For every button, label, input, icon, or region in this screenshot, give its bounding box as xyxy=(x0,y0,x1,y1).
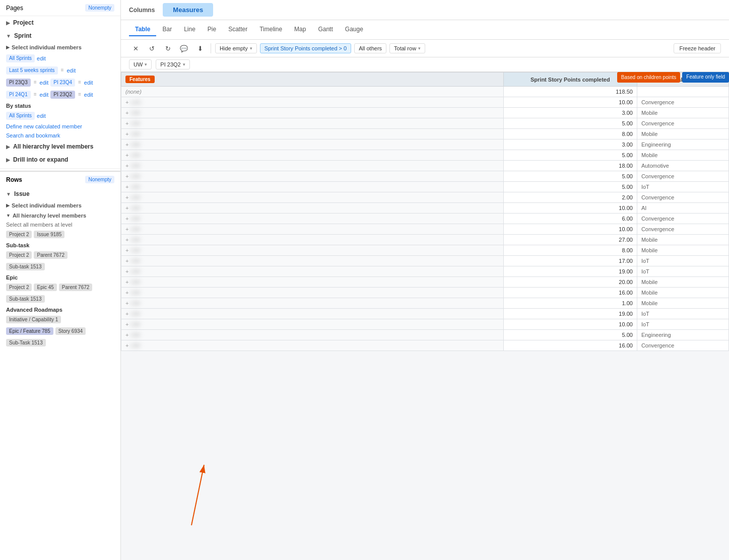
issue9185-tag[interactable]: Issue 9185 xyxy=(34,231,64,238)
tab-gantt[interactable]: Gantt xyxy=(312,23,339,36)
all-sprints-status-tag[interactable]: All Sprints xyxy=(6,112,35,120)
freeze-header-btn[interactable]: Freeze header xyxy=(674,43,721,53)
last5-edit[interactable]: edit xyxy=(67,66,76,75)
sprint-section[interactable]: ▼ Sprint xyxy=(0,29,120,42)
pi23q3-tag[interactable]: PI 23Q3 xyxy=(6,79,31,87)
row-expander-icon[interactable]: + xyxy=(125,110,128,116)
epic45-tag[interactable]: Epic 45 xyxy=(34,284,56,291)
tab-bar[interactable]: Bar xyxy=(156,23,178,36)
last5-row: Last 5 weeks sprints = edit xyxy=(0,64,120,77)
value-cell: 10.00 xyxy=(503,203,637,214)
story6934-tag[interactable]: Story 6934 xyxy=(55,327,86,335)
hide-empty-chevron: ▾ xyxy=(250,46,252,51)
project2-sub-tag[interactable]: Project 2 xyxy=(6,251,32,259)
hide-empty-btn[interactable]: Hide empty ▾ xyxy=(215,43,257,53)
row-label-cell: +UW xyxy=(121,330,504,340)
define-new-link[interactable]: Define new calculated member xyxy=(0,122,120,131)
pi23q2-tag[interactable]: PI 23Q2 xyxy=(50,91,75,99)
row-expander-icon[interactable]: + xyxy=(125,173,128,179)
subtask1513-epic-tag[interactable]: Sub-task 1513 xyxy=(6,295,45,303)
tab-gauge[interactable]: Gauge xyxy=(339,23,369,36)
initiative-tag[interactable]: Initiative / Capability 1 xyxy=(6,316,61,323)
row-expander-icon[interactable]: + xyxy=(125,300,128,306)
uw-dropdown[interactable]: UW ▾ xyxy=(129,59,152,69)
row-label-cell: +UW xyxy=(121,340,504,351)
row-expander-icon[interactable]: + xyxy=(125,332,128,338)
search-bookmark-link[interactable]: Search and bookmark xyxy=(0,131,120,140)
total-row-label: Total row xyxy=(394,45,416,51)
row-expander-icon[interactable]: + xyxy=(125,226,128,232)
row-expander-icon[interactable]: + xyxy=(125,311,128,317)
comment-icon[interactable]: 💬 xyxy=(177,42,190,55)
export-icon[interactable]: ⬇ xyxy=(193,42,207,55)
row-expander-icon[interactable]: + xyxy=(125,342,128,348)
all-others-btn[interactable]: All others xyxy=(354,43,386,53)
row-expander-icon[interactable]: + xyxy=(125,205,128,211)
pi23q4-tag[interactable]: PI 23Q4 xyxy=(50,79,75,87)
all-sprints-edit[interactable]: edit xyxy=(37,54,46,62)
measures-pill[interactable]: Measures xyxy=(163,3,213,17)
row-expander-icon[interactable]: + xyxy=(125,163,128,169)
pi23q2-edit[interactable]: edit xyxy=(84,91,93,99)
pi23q4-edit[interactable]: edit xyxy=(84,79,93,87)
value-cell: 19.00 xyxy=(503,309,637,319)
row-expander-icon[interactable]: + xyxy=(125,290,128,296)
row-expander-icon[interactable]: + xyxy=(125,216,128,222)
row-expander-icon[interactable]: + xyxy=(125,194,128,200)
sprint-arrow-icon: ▼ xyxy=(6,33,11,39)
row-expander-icon[interactable]: + xyxy=(125,258,128,264)
project-section[interactable]: ▶ Project xyxy=(0,16,120,29)
sprint-filter-btn[interactable]: Sprint Story Points completed > 0 xyxy=(260,43,352,53)
table-container[interactable]: Features Sprint Story Points completed I… xyxy=(121,72,729,560)
features-badge: Features xyxy=(125,76,155,83)
select-individual-sprint[interactable]: ▶ Select individual members xyxy=(0,42,120,52)
subtask1513-adv-tag[interactable]: Sub-Task 1513 xyxy=(6,339,46,346)
row-expander-icon[interactable]: + xyxy=(125,99,128,105)
undo-icon[interactable]: ↺ xyxy=(145,42,158,55)
eq1: = xyxy=(33,79,38,87)
row-expander-icon[interactable]: + xyxy=(125,184,128,190)
close-icon[interactable]: ✕ xyxy=(129,42,142,55)
row-expander-icon[interactable]: + xyxy=(125,321,128,327)
pi24q1-tag[interactable]: PI 24Q1 xyxy=(6,91,31,99)
all-sprints-tag[interactable]: All Sprints xyxy=(6,54,35,62)
row-expander-icon[interactable]: + xyxy=(125,247,128,253)
total-row-btn[interactable]: Total row ▾ xyxy=(389,43,425,53)
all-hierarchy-rows[interactable]: ▼ All hierarchy level members xyxy=(0,211,120,221)
row-label-cell: +UW xyxy=(121,161,504,171)
pi23q2-dropdown[interactable]: PI 23Q2 ▾ xyxy=(156,59,189,69)
drill-into-section[interactable]: ▶ Drill into or expand xyxy=(0,153,120,166)
select-individual-rows[interactable]: ▶ Select individual members xyxy=(0,200,120,211)
rows-badge: Nonempty xyxy=(85,176,114,183)
value-cell: 5.00 xyxy=(503,330,637,340)
pi24q1-edit[interactable]: edit xyxy=(40,91,49,99)
tab-map[interactable]: Map xyxy=(288,23,312,36)
row-expander-icon[interactable]: + xyxy=(125,152,128,158)
row-label-cell: +LAC xyxy=(121,97,504,108)
issue-section[interactable]: ▼ Issue xyxy=(0,187,120,200)
row-expander-icon[interactable]: + xyxy=(125,142,128,148)
epic-feature-tag[interactable]: Epic / Feature 785 xyxy=(6,327,53,335)
last5-tag[interactable]: Last 5 weeks sprints xyxy=(6,66,58,75)
row-expander-icon[interactable]: + xyxy=(125,279,128,285)
project2-tag[interactable]: Project 2 xyxy=(6,231,32,238)
row-expander-icon[interactable]: + xyxy=(125,131,128,137)
redo-icon[interactable]: ↻ xyxy=(161,42,174,55)
row-expander-icon[interactable]: + xyxy=(125,237,128,243)
tab-timeline[interactable]: Timeline xyxy=(253,23,288,36)
all-sprints-status-edit[interactable]: edit xyxy=(37,112,46,120)
row-expander-icon[interactable]: + xyxy=(125,268,128,274)
toolbar-separator xyxy=(211,43,211,53)
parent7672-tag[interactable]: Parent 7672 xyxy=(34,251,68,259)
row-expander-icon[interactable]: + xyxy=(125,120,128,126)
parent7672-epic-tag[interactable]: Parent 7672 xyxy=(59,284,93,291)
tab-scatter[interactable]: Scatter xyxy=(222,23,253,36)
total-row-chevron: ▾ xyxy=(418,46,421,51)
project2-epic-tag[interactable]: Project 2 xyxy=(6,284,32,291)
tab-pie[interactable]: Pie xyxy=(202,23,222,36)
all-hierarchy-section[interactable]: ▶ All hierarchy level members xyxy=(0,140,120,153)
tab-line[interactable]: Line xyxy=(178,23,202,36)
pi23q3-edit[interactable]: edit xyxy=(40,79,49,87)
tab-table[interactable]: Table xyxy=(129,23,156,36)
subtask1513-tag[interactable]: Sub-task 1513 xyxy=(6,263,45,270)
